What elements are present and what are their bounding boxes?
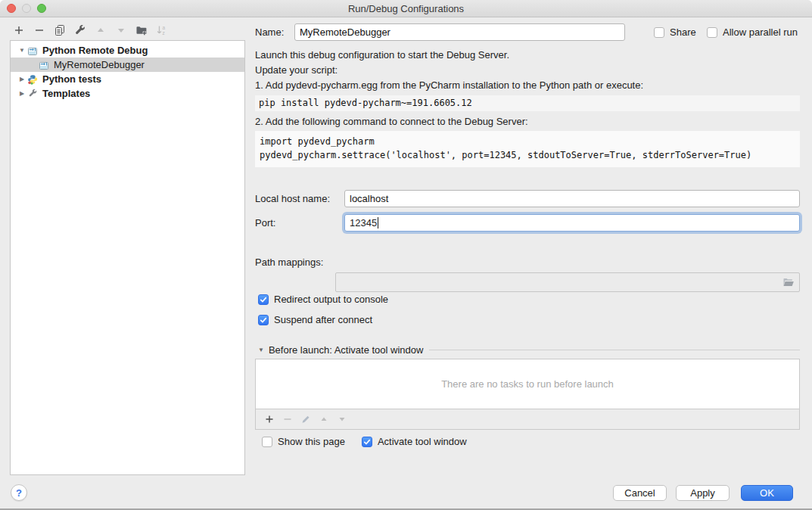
close-window-button[interactable] [7, 4, 16, 13]
local-host-row: Local host name: [255, 190, 800, 207]
name-input[interactable] [294, 23, 625, 41]
python-tests-icon [27, 74, 38, 85]
help-button[interactable]: ? [11, 484, 27, 501]
configuration-editor: Name: Share Allow parallel run Launch th… [255, 0, 800, 510]
cancel-button[interactable]: Cancel [613, 485, 667, 501]
svg-text:a: a [163, 25, 166, 30]
suspend-after-connect-row: Suspend after connect [258, 314, 372, 325]
path-mappings-field[interactable] [335, 272, 800, 292]
minimize-window-button [22, 4, 31, 13]
suspend-after-connect-label: Suspend after connect [274, 314, 372, 325]
local-host-label: Local host name: [255, 193, 330, 204]
path-mappings-row: Path mappings: [255, 253, 800, 272]
show-this-page-label: Show this page [278, 436, 345, 447]
name-label: Name: [255, 26, 284, 38]
path-mappings-label: Path mappings: [255, 257, 323, 268]
activate-tool-window-label: Activate tool window [378, 436, 467, 447]
before-launch-title: Before launch: Activate tool window [269, 344, 424, 356]
sort-configurations-button: az [154, 23, 170, 38]
browse-button[interactable] [782, 276, 795, 288]
templates-wrench-icon [27, 89, 38, 99]
port-label: Port: [255, 217, 275, 229]
share-label: Share [670, 26, 696, 38]
arrow-down-icon [116, 25, 126, 36]
show-this-page-row: Show this page [262, 436, 345, 447]
move-task-up-button [316, 412, 331, 426]
redirect-output-checkbox[interactable] [258, 294, 269, 305]
port-row: Port: 12345 [255, 214, 800, 232]
redirect-output-row: Redirect output to console [258, 294, 388, 305]
page-options-row: Show this page Activate tool window [262, 436, 467, 447]
tree-item-python-remote-debug[interactable]: ▼ Python Remote Debug [11, 43, 244, 58]
new-folder-icon [135, 24, 148, 36]
step1-text: 1. Add pydevd-pycharm.egg from the PyCha… [255, 79, 643, 91]
apply-button[interactable]: Apply [676, 485, 730, 501]
text-cursor [378, 217, 378, 229]
remove-configuration-button[interactable] [31, 23, 48, 38]
sort-alphabetically-icon: az [156, 24, 168, 36]
zoom-window-button[interactable] [37, 4, 46, 13]
tree-item-label: Templates [42, 88, 90, 99]
question-mark-icon: ? [16, 487, 22, 499]
chevron-right-icon[interactable]: ▶ [17, 76, 27, 82]
edit-templates-button[interactable] [72, 23, 89, 38]
activate-tool-window-checkbox[interactable] [362, 437, 372, 447]
plus-icon [13, 24, 25, 36]
allow-parallel-run-label: Allow parallel run [723, 26, 798, 38]
tree-item-my-remote-debugger[interactable]: MyRemoteDebugger [11, 58, 244, 72]
code-line-1: import pydevd_pycharm [260, 136, 375, 147]
code-line-2: pydevd_pycharm.settrace('localhost', por… [260, 150, 751, 160]
configurations-tree: ▼ Python Remote Debug MyRemoteDebugger ▶… [10, 40, 245, 475]
port-input[interactable]: 12345 [344, 214, 800, 232]
port-value: 12345 [350, 217, 377, 229]
remote-debug-config-icon [39, 60, 49, 70]
tree-item-label: Python tests [42, 73, 101, 85]
edit-task-button [298, 412, 313, 426]
chevron-down-icon[interactable]: ▼ [17, 47, 27, 54]
before-launch-header[interactable]: ▼ Before launch: Activate tool window [258, 344, 800, 356]
open-folder-icon [782, 277, 795, 288]
redirect-output-label: Redirect output to console [274, 294, 388, 305]
copy-icon [54, 24, 66, 36]
tree-item-label: MyRemoteDebugger [54, 59, 145, 70]
svg-text:z: z [163, 30, 165, 36]
pip-install-code: pip install pydevd-pycharm~=191.6605.12 [255, 95, 800, 111]
share-checkbox[interactable] [654, 27, 664, 38]
suspend-after-connect-checkbox[interactable] [258, 315, 269, 325]
before-launch-task-list: There are no tasks to run before launch [255, 359, 800, 409]
chevron-down-icon[interactable]: ▼ [258, 347, 264, 353]
minus-icon [33, 24, 45, 36]
ok-button[interactable]: OK [741, 485, 793, 501]
chevron-right-icon[interactable]: ▶ [17, 90, 27, 97]
update-script-text: Update your script: [255, 64, 338, 76]
empty-task-list-text: There are no tasks to run before launch [441, 378, 614, 390]
tree-item-templates[interactable]: ▶ Templates [11, 86, 244, 101]
remote-debug-config-icon [27, 45, 38, 56]
step2-text: 2. Add the following command to connect … [255, 116, 528, 127]
copy-configuration-button[interactable] [51, 23, 68, 38]
configurations-toolbar: az [11, 23, 174, 38]
move-task-down-button [334, 412, 350, 426]
intro-text: Launch this debug configuration to start… [255, 49, 509, 61]
activate-tool-window-row: Activate tool window [362, 436, 467, 447]
run-debug-configurations-dialog: Run/Debug Configurations az ▼ [0, 0, 812, 510]
move-up-button [92, 23, 109, 38]
create-folder-button[interactable] [133, 23, 150, 38]
allow-parallel-run-checkbox[interactable] [707, 27, 717, 38]
settrace-code-block: import pydevd_pycharmpydevd_pycharm.sett… [255, 131, 800, 167]
tree-item-label: Python Remote Debug [42, 45, 148, 56]
add-configuration-button[interactable] [11, 23, 27, 38]
allow-parallel-checkbox-row: Allow parallel run [707, 26, 798, 38]
local-host-input[interactable] [344, 190, 800, 207]
tree-item-python-tests[interactable]: ▶ Python tests [11, 72, 244, 86]
wrench-icon [74, 24, 86, 36]
move-down-button [113, 23, 129, 38]
share-checkbox-row: Share [654, 26, 696, 38]
add-task-button[interactable] [262, 412, 277, 426]
remove-task-button [280, 412, 295, 426]
task-list-toolbar [255, 409, 800, 430]
window-controls [7, 4, 46, 13]
header-separator-line [429, 350, 800, 350]
name-row: Name: Share Allow parallel run [255, 23, 800, 42]
show-this-page-checkbox[interactable] [262, 437, 272, 447]
